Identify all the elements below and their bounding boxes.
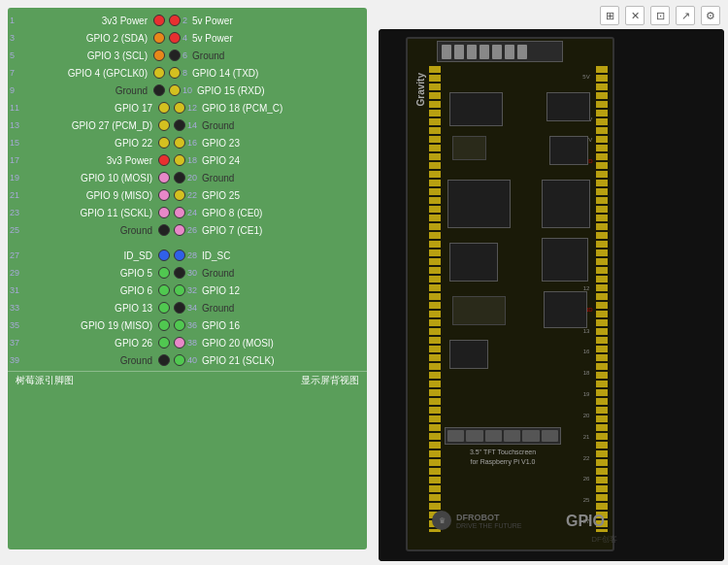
pin-dot-right xyxy=(174,207,185,218)
pin-dot-left xyxy=(158,224,170,236)
pin-label-right: GPIO 24 xyxy=(198,155,334,166)
table-row: 13v3 Power25v Power xyxy=(8,12,367,29)
pin-num-left: 15 xyxy=(10,138,19,148)
pin-dot-right xyxy=(174,319,185,331)
brand-sub-label: DRIVE THE FUTURE xyxy=(456,522,522,529)
pin-label-right: Ground xyxy=(198,303,334,314)
icon-export[interactable]: ↗ xyxy=(676,6,695,25)
pin-label-left: GPIO 27 (PCM_D) xyxy=(20,120,156,131)
pin-label-right: GPIO 21 (SCLK) xyxy=(198,355,334,366)
gravity-label: Gravity xyxy=(415,73,426,106)
pin-label-left: 3v3 Power xyxy=(16,16,151,26)
pin-label-right: Ground xyxy=(198,173,334,183)
left-panel: 13v3 Power25v Power3GPIO 2 (SDA)45v Powe… xyxy=(8,8,367,549)
table-row: 9Ground10GPIO 15 (RXD) xyxy=(8,82,367,99)
pin-dot-left xyxy=(158,354,170,366)
pin-dot-left xyxy=(158,154,170,166)
pin-num-left: 23 xyxy=(10,208,19,217)
pin-dot-left xyxy=(158,137,170,149)
pin-dot-left xyxy=(158,337,170,349)
pin-label-right: Ground xyxy=(188,50,324,61)
pin-label-left: GPIO 19 (MISO) xyxy=(20,320,156,331)
pin-label-left: GPIO 2 (SDA) xyxy=(16,33,151,44)
pin-label-left: GPIO 22 xyxy=(20,138,156,149)
pin-dot-left xyxy=(158,319,170,331)
pin-label-left: GPIO 3 (SCL) xyxy=(16,50,151,61)
pin-num-right: 24 xyxy=(187,208,197,217)
pin-dot-left xyxy=(158,284,170,296)
pin-num-left: 21 xyxy=(10,190,19,200)
pin-num-left: 31 xyxy=(10,285,19,295)
pin-num-left: 11 xyxy=(10,103,19,113)
pin-label-left: GPIO 5 xyxy=(20,268,156,279)
pin-dot-left xyxy=(153,32,165,44)
pin-label-left: GPIO 6 xyxy=(20,285,156,296)
pin-label-left: Ground xyxy=(20,225,156,236)
pin-num-right: 20 xyxy=(187,173,197,183)
pin-num-left: 5 xyxy=(10,50,15,60)
product-subtitle-label: for Raspberry Pi V1.0 xyxy=(445,457,561,467)
pin-dot-right xyxy=(174,189,185,201)
pin-dot-right xyxy=(174,102,185,114)
pin-dot-right xyxy=(169,50,181,61)
table-row: 37GPIO 2638GPIO 20 (MOSI) xyxy=(8,334,367,351)
table-row: 39Ground40GPIO 21 (SCLK) xyxy=(8,351,367,369)
pin-num-left: 25 xyxy=(10,225,19,235)
table-row: 19GPIO 10 (MOSI)20Ground xyxy=(8,169,367,186)
pin-num-right: 36 xyxy=(187,320,197,330)
pin-label-right: GPIO 8 (CE0) xyxy=(198,208,334,218)
pin-label-left: 3v3 Power xyxy=(20,155,156,166)
pin-num-left: 1 xyxy=(10,16,15,25)
pin-dot-right xyxy=(174,137,185,149)
pin-dot-left xyxy=(153,84,165,96)
table-row: 33GPIO 1334Ground xyxy=(8,299,367,316)
pin-num-left: 9 xyxy=(10,85,15,95)
pin-dot-left xyxy=(158,302,170,314)
table-row: 13GPIO 27 (PCM_D)14Ground xyxy=(8,116,367,134)
pin-label-left: Ground xyxy=(16,85,151,96)
pin-label-right: GPIO 16 xyxy=(198,320,334,331)
pin-num-left: 29 xyxy=(10,268,19,278)
pin-label-left: GPIO 17 xyxy=(20,103,156,114)
pin-num-left: 7 xyxy=(10,68,15,78)
icon-settings[interactable]: ⚙ xyxy=(701,6,720,25)
pin-dot-right xyxy=(174,172,185,183)
table-row: 15GPIO 2216GPIO 23 xyxy=(8,134,367,151)
pin-num-left: 35 xyxy=(10,320,19,330)
table-row: 29GPIO 530Ground xyxy=(8,264,367,282)
table-row: 21GPIO 9 (MISO)22GPIO 25 xyxy=(8,186,367,204)
pin-dot-right xyxy=(174,337,185,349)
icon-close[interactable]: ✕ xyxy=(625,6,645,25)
table-row: 11GPIO 1712GPIO 18 (PCM_C) xyxy=(8,99,367,116)
pin-label-right: GPIO 15 (RXD) xyxy=(193,85,329,96)
icon-copy[interactable]: ⊞ xyxy=(600,6,619,25)
pin-dot-right xyxy=(174,154,185,166)
pin-label-right: GPIO 12 xyxy=(198,285,334,296)
table-row: 31GPIO 632GPIO 12 xyxy=(8,282,367,299)
pin-num-right: 10 xyxy=(182,85,192,95)
dfrobot-logo-area: ♛ DFROBOT DRIVE THE FUTURE xyxy=(432,511,522,530)
pin-num-left: 39 xyxy=(10,355,19,365)
right-panel: ⊞ ✕ ⊡ ↗ ⚙ Gravity xyxy=(375,0,728,565)
pin-dot-right xyxy=(174,284,185,296)
pin-label-right: Ground xyxy=(198,268,334,279)
footer-left-label: 树莓派引脚图 xyxy=(16,374,74,387)
icon-fullscreen[interactable]: ⊡ xyxy=(650,6,670,25)
footer-right-label: 显示屏背视图 xyxy=(301,374,359,387)
pin-label-left: GPIO 26 xyxy=(20,338,156,349)
pin-label-left: ID_SD xyxy=(20,250,156,261)
pin-dot-right xyxy=(174,302,185,314)
pin-dot-left xyxy=(153,50,165,61)
pin-num-right: 8 xyxy=(182,68,187,78)
table-row: 173v3 Power18GPIO 24 xyxy=(8,151,367,169)
product-name-label: 3.5" TFT Touchscreen xyxy=(445,448,561,457)
gpio-label: GPIO xyxy=(566,513,605,530)
bottom-connector-area: 3.5" TFT Touchscreen for Raspberry Pi V1… xyxy=(445,427,561,467)
right-toolbar: ⊞ ✕ ⊡ ↗ ⚙ xyxy=(379,4,724,29)
pin-num-left: 13 xyxy=(10,120,19,130)
pin-dot-left xyxy=(158,119,170,131)
table-row: 25Ground26GPIO 7 (CE1) xyxy=(8,221,367,239)
pin-num-right: 38 xyxy=(187,338,197,348)
pin-label-right: GPIO 20 (MOSI) xyxy=(198,338,334,349)
watermark: DF创客 xyxy=(591,534,617,545)
